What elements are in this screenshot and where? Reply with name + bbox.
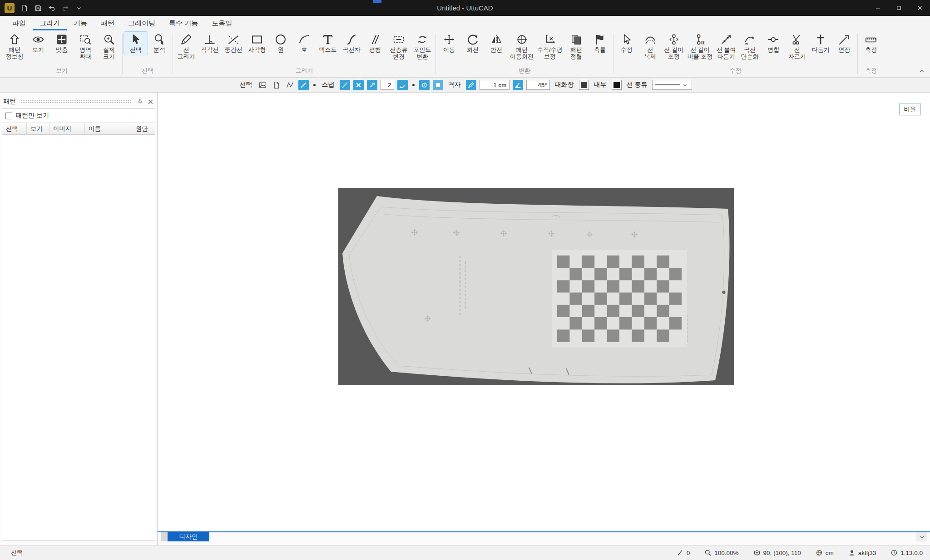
snap-line-button[interactable] bbox=[340, 80, 350, 90]
pattern-only-checkbox[interactable] bbox=[5, 113, 12, 119]
pin-icon[interactable] bbox=[137, 98, 143, 105]
curve-simplify-button[interactable]: 곡선 단순화 bbox=[738, 32, 762, 61]
page-tool-button[interactable] bbox=[271, 80, 282, 90]
pattern-photo[interactable] bbox=[338, 188, 734, 385]
eye-button[interactable]: 보기 bbox=[26, 32, 50, 55]
app-logo[interactable]: U bbox=[5, 3, 15, 13]
user-indicator[interactable]: akffj33 bbox=[848, 549, 876, 556]
pattern-table-header: 선택 보기 이미지 이름 원단 bbox=[2, 123, 155, 135]
circle-shape-button[interactable]: 원 bbox=[269, 32, 292, 55]
drawing-canvas[interactable]: 비율 디자인 bbox=[158, 93, 930, 545]
close-button[interactable] bbox=[909, 0, 930, 16]
save-icon[interactable] bbox=[35, 5, 42, 12]
tab-scroll-button[interactable] bbox=[916, 532, 927, 541]
angle-input[interactable] bbox=[526, 80, 550, 90]
text-button[interactable]: 텍스트 bbox=[316, 32, 340, 55]
measure-button[interactable]: 측정 bbox=[859, 32, 883, 55]
tab-file[interactable]: 파일 bbox=[5, 16, 33, 30]
attach-trim-button[interactable]: 선 붙여 다듬기 bbox=[714, 32, 738, 61]
tab-function[interactable]: 기능 bbox=[67, 16, 94, 30]
actual-size-button[interactable]: 실제 크기 bbox=[97, 32, 121, 61]
arc-button[interactable]: 호 bbox=[292, 32, 316, 55]
rotate-button[interactable]: 회전 bbox=[461, 32, 485, 55]
undo-icon[interactable] bbox=[48, 5, 55, 12]
parallel-button[interactable]: 평행 bbox=[363, 32, 387, 55]
image-tool-button[interactable] bbox=[257, 80, 268, 90]
snap-intersection-button[interactable] bbox=[353, 80, 364, 90]
fit-button[interactable]: 맞춤 bbox=[50, 32, 74, 55]
unit-indicator[interactable]: cm bbox=[816, 549, 834, 556]
draw-count-indicator[interactable]: 0 bbox=[677, 549, 690, 556]
rect-button[interactable]: 사각형 bbox=[245, 32, 269, 55]
trim-button[interactable]: 다듬기 bbox=[809, 32, 832, 55]
tab-special-functions[interactable]: 특수 기능 bbox=[162, 16, 205, 30]
extend-button[interactable]: 연장 bbox=[832, 32, 856, 55]
line-type-select[interactable] bbox=[652, 80, 692, 90]
angle-snap-button[interactable] bbox=[513, 80, 523, 90]
column-image[interactable]: 이미지 bbox=[49, 123, 85, 134]
tab-help[interactable]: 도움말 bbox=[205, 16, 239, 30]
column-view[interactable]: 보기 bbox=[27, 123, 49, 134]
panel-grip[interactable] bbox=[20, 100, 132, 104]
modify-button[interactable]: 수정 bbox=[615, 32, 638, 55]
snap-circle-button[interactable] bbox=[419, 80, 430, 90]
vh-correct-button[interactable]: 수직/수평 보정 bbox=[535, 32, 564, 61]
pattern-align-button[interactable]: 패턴 정렬 bbox=[564, 32, 588, 61]
artboard-size-indicator[interactable]: 90, (100), 110 bbox=[753, 549, 801, 556]
tab-design[interactable]: 디자인 bbox=[168, 532, 209, 541]
inner-color-swatch[interactable] bbox=[612, 80, 622, 90]
midline-button[interactable]: 중간선 bbox=[222, 32, 245, 55]
line-length-button[interactable]: 선 길이 조정 bbox=[662, 32, 686, 61]
tab-draw[interactable]: 그리기 bbox=[33, 16, 67, 30]
mirror-button[interactable]: 반전 bbox=[485, 32, 508, 55]
linetype-button[interactable]: 선종류 변경 bbox=[387, 32, 411, 61]
mode-label: 선택 bbox=[11, 549, 23, 557]
grid-edit-button[interactable] bbox=[466, 80, 476, 90]
pattern-info-button[interactable]: 패턴 정보창 bbox=[3, 32, 26, 61]
zoom-area-button[interactable]: 영역 확대 bbox=[74, 32, 97, 61]
panel-close-icon[interactable] bbox=[147, 98, 154, 105]
arc-icon bbox=[298, 33, 311, 46]
redo-icon[interactable] bbox=[62, 5, 69, 12]
dot-separator bbox=[412, 84, 415, 86]
merge-button[interactable]: 병합 bbox=[762, 32, 785, 55]
snap-point-button[interactable] bbox=[367, 80, 377, 90]
new-file-icon[interactable] bbox=[21, 5, 28, 12]
midline-icon bbox=[227, 33, 240, 46]
maximize-button[interactable] bbox=[888, 0, 909, 16]
curve-ruler-button[interactable]: 곡선자 bbox=[340, 32, 363, 55]
move-button[interactable]: 이동 bbox=[437, 32, 461, 55]
zoom-area-icon bbox=[79, 33, 92, 46]
polyline-tool-button[interactable] bbox=[285, 80, 295, 90]
zoom-level-indicator[interactable]: 100.00% bbox=[704, 549, 738, 556]
perpendicular-button[interactable]: 직각선 bbox=[198, 32, 222, 55]
line-cut-button[interactable]: 선 자르기 bbox=[785, 32, 809, 61]
pattern-list-body[interactable] bbox=[2, 135, 155, 540]
ribbon-group-5: 측정측정 bbox=[859, 32, 883, 77]
scale-ratio-button[interactable]: 비율 bbox=[899, 103, 921, 115]
snap-area-button[interactable] bbox=[433, 80, 443, 90]
dialog-color-swatch[interactable] bbox=[579, 80, 589, 90]
point-convert-button[interactable]: 포인트 변환 bbox=[411, 32, 434, 61]
line-duplicate-button[interactable]: 선 복제 bbox=[638, 32, 662, 61]
version-indicator[interactable]: 1.13.0.0 bbox=[890, 549, 923, 556]
column-name[interactable]: 이름 bbox=[85, 123, 132, 134]
snap-count-input[interactable] bbox=[381, 80, 394, 90]
analyze-button[interactable]: 분석 bbox=[148, 32, 171, 55]
ribbon-collapse-button[interactable] bbox=[917, 67, 926, 75]
scale-button[interactable]: 축률 bbox=[588, 32, 612, 55]
minimize-button[interactable] bbox=[867, 0, 888, 16]
ribbon-button-label: 선택 bbox=[130, 47, 142, 54]
grid-size-input[interactable] bbox=[480, 80, 510, 90]
line-ratio-button[interactable]: R선 길이 비율 조정 bbox=[686, 32, 715, 61]
draw-line-button[interactable]: 선 그리기 bbox=[174, 32, 198, 61]
tab-pattern[interactable]: 패턴 bbox=[94, 16, 121, 30]
select-button[interactable]: 선택 bbox=[124, 32, 148, 55]
line-toggle-button[interactable] bbox=[298, 80, 309, 90]
column-select[interactable]: 선택 bbox=[2, 123, 27, 134]
tab-grading[interactable]: 그레이딩 bbox=[121, 16, 162, 30]
snap-corner-button[interactable] bbox=[397, 80, 408, 90]
pattern-move-rotate-button[interactable]: 패턴 이동회전 bbox=[508, 32, 535, 61]
column-fabric[interactable]: 원단 bbox=[132, 123, 155, 134]
qat-customize-icon[interactable] bbox=[75, 5, 83, 12]
